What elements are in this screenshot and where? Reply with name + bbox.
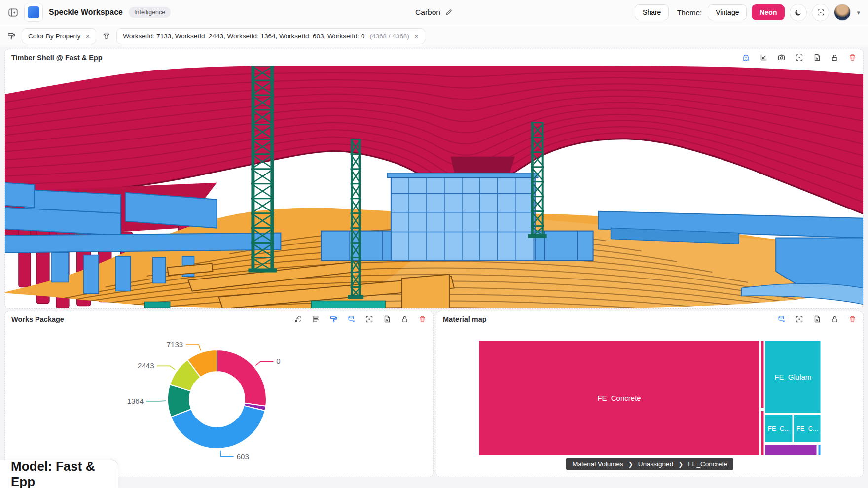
donut-label: 603 (237, 453, 249, 461)
share-button[interactable]: Share (635, 4, 669, 20)
function-filter-icon[interactable] (294, 315, 302, 323)
dashboard-title: Carbon (415, 8, 440, 17)
account-menu-chevron-icon[interactable]: ▾ (857, 9, 860, 16)
intelligence-badge: Intelligence (129, 7, 171, 18)
works-package-panel: Works Package (4, 311, 434, 477)
treemap-node[interactable]: FE_C... (765, 415, 793, 442)
model-name-label: Model: Fast & Epp (11, 459, 118, 488)
chevron-right-icon: ❯ (628, 461, 633, 468)
data-query-icon[interactable] (777, 315, 786, 323)
treemap-node[interactable] (761, 341, 763, 408)
workset-filter-chip[interactable]: WorksetId: 7133, WorksetId: 2443, Workse… (116, 28, 425, 44)
delete-icon[interactable] (848, 315, 857, 323)
report-icon[interactable] (813, 315, 821, 323)
user-avatar[interactable] (834, 4, 851, 21)
material-map-panel: Material map (436, 311, 864, 477)
donut-label: 0 (276, 357, 280, 365)
dark-mode-button[interactable] (790, 4, 807, 21)
moon-icon (794, 8, 802, 17)
fit-view-icon[interactable] (365, 315, 373, 323)
fit-view-icon[interactable] (795, 315, 803, 323)
treemap-node[interactable]: FE_C... (794, 415, 821, 442)
color-by-icon[interactable] (329, 315, 338, 323)
material-panel-title: Material map (443, 315, 487, 323)
fullscreen-icon (817, 8, 825, 16)
theme-label: Theme: (677, 8, 702, 17)
treemap-node[interactable]: FE_Glulam (765, 341, 821, 413)
color-by-property-label: Color By Property (28, 33, 81, 40)
breadcrumb-item[interactable]: FE_Concrete (682, 458, 733, 470)
top-bar: Speckle Workspace Intelligence Carbon Sh… (0, 0, 868, 25)
fullscreen-button[interactable] (812, 4, 829, 21)
donut-label-leader (186, 345, 201, 350)
speckle-cube-icon (28, 6, 39, 18)
chip-close-icon[interactable]: × (86, 33, 90, 40)
viewer-panel-title: Timber Shell @ Fast & Epp (11, 54, 103, 62)
filter-bar: Color By Property × WorksetId: 7133, Wor… (0, 25, 868, 47)
color-by-property-chip[interactable]: Color By Property × (22, 28, 96, 44)
donut-label: 7133 (167, 340, 183, 349)
lock-icon[interactable] (400, 315, 409, 323)
chip-close-icon[interactable]: × (414, 33, 419, 40)
treemap-breadcrumb: Material Volumes ❯ Unassigned ❯ FE_Concr… (566, 458, 733, 470)
paint-roller-icon[interactable] (7, 32, 16, 40)
donut-chart[interactable]: 0603136424437133 (5, 327, 433, 477)
delete-icon[interactable] (418, 315, 427, 323)
lock-icon[interactable] (831, 53, 839, 62)
donut-label: 2443 (138, 361, 154, 370)
donut-slice[interactable] (171, 406, 265, 449)
donut-label-leader (255, 361, 273, 366)
donut-label-leader (157, 366, 175, 370)
edit-title-icon[interactable] (445, 8, 453, 16)
treemap-node[interactable]: FE_Concrete (479, 341, 760, 455)
chart-list-icon[interactable] (312, 315, 320, 323)
workset-filter-count: (4368 / 4368) (370, 33, 409, 40)
donut-label: 1364 (127, 397, 144, 405)
report-icon[interactable] (383, 315, 391, 323)
viewer-canvas[interactable] (5, 66, 863, 308)
chevron-right-icon: ❯ (678, 461, 683, 468)
ghost-mode-icon[interactable] (742, 53, 750, 62)
camera-views-icon[interactable] (777, 53, 786, 62)
data-query-icon[interactable] (347, 315, 356, 323)
theme-vintage-button[interactable]: Vintage (708, 4, 747, 20)
sidebar-toggle-icon[interactable] (8, 7, 18, 18)
breadcrumb-item[interactable]: Material Volumes (566, 458, 629, 470)
delete-icon[interactable] (848, 53, 857, 62)
donut-label-leader (220, 451, 234, 457)
theme-neon-button[interactable]: Neon (752, 4, 785, 20)
treemap-node-label: FE_C... (796, 425, 818, 432)
treemap-chart[interactable]: FE_ConcreteFE_GlulamFE_C...FE_C... (479, 341, 821, 455)
fit-view-icon[interactable] (795, 53, 803, 62)
lock-icon[interactable] (831, 315, 839, 323)
model-overlay-card: Model: Fast & Epp (0, 460, 118, 488)
treemap-node[interactable] (818, 445, 821, 455)
filter-funnel-icon[interactable] (102, 32, 110, 40)
donut-slice[interactable] (217, 350, 266, 406)
treemap-node-label: FE_Glulam (774, 373, 811, 381)
3d-model-scene (5, 66, 863, 309)
treemap-node[interactable] (761, 411, 763, 455)
works-panel-title: Works Package (11, 315, 64, 323)
works-package-chart[interactable]: 0603136424437133 (5, 327, 433, 477)
breadcrumb-item[interactable]: Unassigned (632, 458, 679, 470)
report-icon[interactable] (813, 53, 821, 62)
treemap-node[interactable] (765, 445, 817, 455)
treemap-node-label: FE_C... (768, 425, 790, 432)
viewer-panel: Timber Shell @ Fast & Epp (4, 49, 864, 309)
speckle-logo[interactable] (24, 3, 43, 22)
section-axis-icon[interactable] (760, 53, 768, 62)
workset-filter-label: WorksetId: 7133, WorksetId: 2443, Workse… (123, 33, 364, 40)
treemap-node-label: FE_Concrete (597, 394, 641, 402)
workspace-name: Speckle Workspace (49, 8, 123, 17)
